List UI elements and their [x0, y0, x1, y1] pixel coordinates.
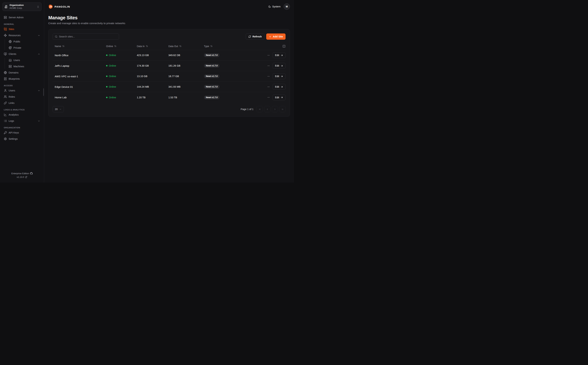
- column-header-type[interactable]: Type: [204, 45, 282, 48]
- edit-button[interactable]: Edit: [273, 95, 286, 100]
- search-input[interactable]: [59, 35, 117, 38]
- section-label-access: ACCESS: [4, 84, 42, 87]
- theme-toggle[interactable]: System: [268, 5, 280, 8]
- arrow-right-icon: [280, 54, 283, 56]
- theme-toggle-label: System: [272, 5, 280, 8]
- combine-icon: [4, 28, 7, 31]
- sidebar-item-machines[interactable]: Machines: [7, 64, 42, 69]
- edit-button[interactable]: Edit: [273, 52, 286, 58]
- search-box: [53, 34, 119, 40]
- online-dot-icon: [106, 97, 107, 98]
- data-in-value: 144.24 MB: [137, 85, 168, 88]
- app-window: Organization ACME Corp. Server Admin GEN…: [0, 0, 294, 182]
- refresh-button[interactable]: Refresh: [246, 34, 265, 40]
- type-badge: Newt v1.7.0: [204, 96, 219, 99]
- column-visibility-button[interactable]: [282, 45, 286, 48]
- sidebar-item-label: Analytics: [9, 113, 19, 116]
- pagination: 20 Page 1 of 1: [53, 106, 286, 112]
- receipt-icon: [4, 77, 7, 80]
- edit-button[interactable]: Edit: [273, 63, 286, 69]
- sidebar-item-domains[interactable]: Domains: [2, 70, 42, 75]
- sort-icon: [146, 45, 148, 47]
- page-title: Manage Sites: [48, 15, 290, 21]
- row-menu-button[interactable]: [267, 75, 270, 78]
- sidebar-item-users[interactable]: Users: [2, 88, 42, 93]
- previous-page-button[interactable]: [264, 106, 270, 112]
- sidebar-scrollbar-thumb[interactable]: [43, 88, 44, 96]
- chevron-down-icon: [38, 120, 40, 122]
- sidebar-item-roles[interactable]: Roles: [2, 94, 42, 99]
- status-badge: Online: [106, 54, 137, 56]
- sort-icon: [114, 45, 116, 47]
- table-row: Home Lab Online 1.20 TB 1.53 TB Newt v1.…: [53, 92, 286, 103]
- gear-icon: [4, 137, 7, 140]
- sidebar-item-label: Private: [14, 46, 21, 49]
- sidebar-item-analytics[interactable]: Analytics: [2, 112, 42, 117]
- sites-card: Refresh Add Site Name Online: [48, 29, 290, 117]
- sidebar-nav: Server Admin GENERAL Sites Resources Pub…: [2, 15, 42, 142]
- sidebar-item-sites[interactable]: Sites: [2, 27, 42, 32]
- table-row: Edge Device 01 Online 144.24 MB 341.93 M…: [53, 82, 286, 92]
- next-page-button[interactable]: [272, 106, 278, 112]
- sidebar-item-private[interactable]: Private: [7, 45, 42, 50]
- sidebar-item-label: Public: [14, 40, 20, 43]
- sidebar-item-logs[interactable]: Logs: [2, 118, 42, 124]
- ellipsis-icon: [267, 64, 270, 67]
- sidebar-item-public[interactable]: Public: [7, 39, 42, 44]
- sidebar-item-clients[interactable]: Clients: [2, 51, 42, 56]
- monitor-up-icon: [4, 52, 7, 56]
- page-subtitle: Create and manage sites to enable connec…: [48, 22, 290, 25]
- row-menu-button[interactable]: [267, 96, 270, 99]
- add-site-button[interactable]: Add Site: [266, 34, 286, 40]
- data-out-value: 349.62 DB: [168, 54, 204, 56]
- table-row: North Office Online 423.13 GB 349.62 DB …: [53, 50, 286, 61]
- sidebar-item-settings[interactable]: Settings: [2, 136, 42, 141]
- page-size-value: 20: [55, 108, 58, 111]
- version-link[interactable]: v1.13.0: [2, 176, 42, 178]
- page-size-select[interactable]: 20: [53, 106, 64, 112]
- column-header-name[interactable]: Name: [53, 45, 106, 48]
- sidebar-item-resources[interactable]: Resources: [2, 33, 42, 38]
- sidebar-item-api-keys[interactable]: API Keys: [2, 130, 42, 135]
- chevron-down-icon: [38, 89, 40, 92]
- brand-name: PANGOLIN: [55, 5, 70, 8]
- table-header-row: Name Online Data In Data Out: [53, 42, 286, 50]
- first-page-button[interactable]: [257, 106, 263, 112]
- chart-line-icon: [4, 113, 7, 116]
- row-menu-button[interactable]: [267, 54, 270, 56]
- sidebar-item-server-admin[interactable]: Server Admin: [2, 15, 42, 20]
- arrow-right-icon: [280, 85, 283, 88]
- sidebar-item-links[interactable]: Links: [2, 100, 42, 105]
- ellipsis-icon: [267, 85, 270, 88]
- row-menu-button[interactable]: [267, 85, 270, 88]
- sidebar-item-blueprints[interactable]: Blueprints: [2, 76, 42, 81]
- arrow-right-icon: [280, 96, 283, 99]
- column-header-data-in[interactable]: Data In: [137, 45, 168, 48]
- edition-link[interactable]: Enterprise Edition: [2, 172, 42, 175]
- waypoints-icon: [4, 34, 7, 37]
- sidebar-item-label: Machines: [14, 65, 24, 68]
- chevron-down-icon: [59, 108, 62, 110]
- chevron-right-icon: [274, 108, 276, 111]
- sidebar-item-label: Server Admin: [9, 16, 24, 19]
- avatar[interactable]: M: [284, 3, 290, 10]
- row-menu-button[interactable]: [267, 64, 270, 67]
- edit-button[interactable]: Edit: [273, 84, 286, 90]
- column-header-data-out[interactable]: Data Out: [168, 45, 204, 48]
- refresh-button-label: Refresh: [252, 35, 262, 38]
- sidebar-item-client-users[interactable]: Users: [7, 58, 42, 63]
- data-out-value: 341.93 MB: [168, 85, 204, 88]
- section-label-logs-analytics: LOGS & ANALYTICS: [4, 109, 42, 111]
- data-in-value: 174.30 GB: [137, 64, 168, 67]
- resources-subgroup: Public Private: [5, 39, 42, 50]
- column-header-online[interactable]: Online: [106, 45, 137, 48]
- type-badge: Newt v1.7.0: [204, 85, 219, 89]
- organization-selector[interactable]: Organization ACME Corp.: [2, 2, 42, 11]
- sidebar-item-label: Clients: [9, 53, 16, 55]
- last-page-button[interactable]: [279, 106, 286, 112]
- section-label-general: GENERAL: [4, 23, 42, 25]
- data-out-value: 181.26 GB: [168, 64, 204, 67]
- logs-icon: [4, 119, 7, 122]
- section-label-organization: ORGANIZATION: [4, 126, 42, 129]
- edit-button[interactable]: Edit: [273, 73, 286, 79]
